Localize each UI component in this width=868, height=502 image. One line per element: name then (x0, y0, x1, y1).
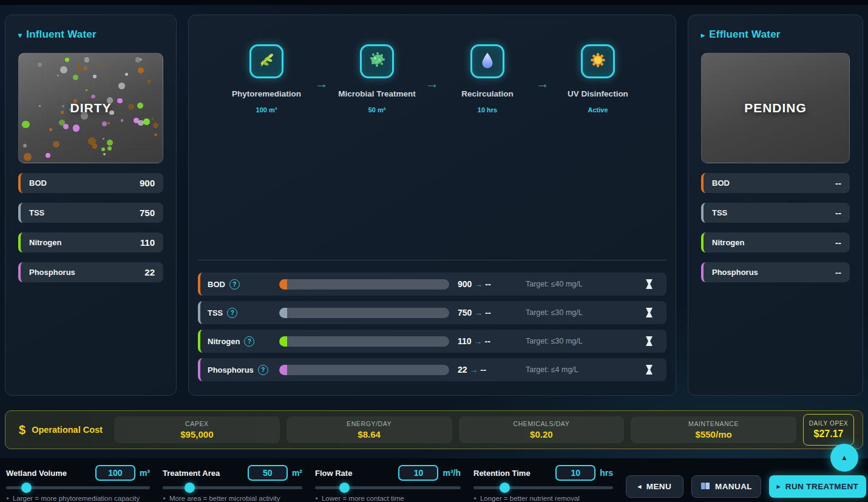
pollutant-label: BOD (208, 280, 225, 289)
scroll-up-fab[interactable]: ▲ (830, 444, 858, 472)
progress-bar (279, 365, 449, 375)
cost-card-chemicals: CHEMICALS/DAY$0.20 (459, 416, 625, 443)
operational-cost-bar: $ Operational Cost CAPEX$95,000 ENERGY/D… (5, 410, 863, 449)
pollutant-label: Phosphorus (208, 365, 254, 375)
microbe-icon (367, 50, 387, 72)
help-icon[interactable]: ? (227, 308, 237, 318)
hourglass-icon (645, 308, 653, 317)
run-treatment-button[interactable]: ▸ RUN TREATMENT (769, 475, 866, 498)
wetland-volume-input[interactable] (95, 465, 135, 481)
stat-label: TSS (712, 208, 727, 217)
stage-phytoremediation[interactable]: Phytoremediation 100 m³ (221, 44, 312, 114)
flow-arrow-icon: → (312, 76, 331, 114)
influent-stat-nitrogen: Nitrogen 110 (18, 232, 163, 253)
progress-fill (279, 308, 287, 318)
stage-detail: 10 hrs (478, 106, 497, 114)
influent-panel-title: ▾Influent Water (18, 29, 163, 41)
stage-uv-disinfection[interactable]: UV Disinfection Active (552, 44, 643, 114)
effluent-panel: ▸Effluent Water PENDING BOD -- TSS -- Ni… (688, 15, 863, 396)
wetland-volume-slider[interactable] (6, 483, 150, 492)
stat-label: BOD (29, 178, 47, 188)
stage-recirculation[interactable]: Recirculation 10 hrs (442, 44, 533, 114)
treatment-area-slider[interactable] (163, 483, 302, 492)
stage-detail: 50 m² (368, 106, 386, 114)
slider-track[interactable] (163, 486, 302, 489)
help-icon[interactable]: ? (244, 336, 254, 347)
triangle-left-icon: ◂ (638, 483, 642, 490)
effluent-stat-tss: TSS -- (701, 203, 850, 223)
influent-stat-list: BOD 900 TSS 750 Nitrogen 110 Phosphorus … (18, 173, 163, 282)
droplet-icon (478, 50, 497, 72)
stat-label: BOD (712, 178, 730, 188)
influent-stat-phosphorus: Phosphorus 22 (18, 262, 163, 282)
progress-bar (279, 308, 449, 318)
menu-button[interactable]: ◂ MENU (626, 475, 683, 498)
effluent-panel-title: ▸Effluent Water (701, 29, 850, 41)
flow-rate-slider[interactable] (315, 483, 461, 492)
pollutant-target: Target: ≤4 mg/L (526, 365, 645, 374)
flow-arrow-icon: → (533, 76, 552, 114)
treatment-area-control: Treatment Area m² ‣More area = better mi… (163, 464, 302, 502)
stage-name: UV Disinfection (568, 89, 628, 98)
wetland-volume-unit: m³ (140, 468, 150, 478)
stage-iconbox (470, 44, 504, 78)
triangle-down-icon: ▾ (18, 31, 22, 39)
control-bar: Wetland Volume m³ ‣Larger = more phytore… (0, 458, 868, 502)
stat-value: -- (835, 237, 841, 248)
slider-track[interactable] (315, 486, 461, 489)
progress-fill (279, 336, 287, 347)
slider-thumb[interactable] (500, 483, 510, 493)
arrow-right-icon: → (467, 365, 481, 375)
treatment-area-label: Treatment Area (163, 469, 220, 478)
slider-track[interactable] (473, 486, 613, 489)
slider-thumb[interactable] (185, 483, 195, 493)
effluent-stat-nitrogen: Nitrogen -- (701, 232, 850, 253)
help-icon[interactable]: ? (258, 365, 268, 375)
hourglass-icon (645, 336, 653, 346)
stat-label: Phosphorus (712, 268, 758, 277)
stat-label: TSS (29, 208, 44, 217)
hourglass-icon (645, 279, 653, 289)
cost-card-daily-opex: DAILY OPEX$27.17 (803, 414, 854, 446)
treatment-stages: Phytoremediation 100 m³ → (189, 15, 676, 114)
pollutant-values: 110→-- (458, 336, 526, 346)
flow-rate-label: Flow Rate (315, 469, 352, 478)
cost-card-capex: CAPEX$95,000 (114, 416, 280, 443)
wetland-volume-hint: ‣Larger = more phytoremediation capacity (6, 495, 150, 502)
action-buttons: ◂ MENU MANUAL ▸ RUN TREATMENT (626, 464, 866, 502)
stage-iconbox (581, 44, 615, 78)
flow-rate-input[interactable] (398, 465, 438, 481)
manual-button[interactable]: MANUAL (691, 475, 761, 498)
effluent-stat-bod: BOD -- (701, 173, 850, 193)
slider-thumb[interactable] (21, 483, 32, 493)
stage-name: Phytoremediation (232, 89, 301, 98)
progress-bar (279, 279, 449, 290)
arrow-right-icon: → (472, 308, 485, 317)
stage-microbial-treatment[interactable]: Microbial Treatment 50 m² (331, 44, 422, 114)
pollutant-label: Nitrogen (208, 337, 240, 346)
progress-fill (279, 279, 287, 290)
main-panels: ▾Influent Water DIRTY BOD 900 TSS 750 Ni… (5, 15, 863, 396)
influent-panel: ▾Influent Water DIRTY BOD 900 TSS 750 Ni… (5, 15, 177, 396)
retention-time-input[interactable] (555, 465, 595, 481)
retention-time-slider[interactable] (473, 483, 613, 492)
bullet-icon: ‣ (473, 495, 477, 502)
cost-card-maintenance: MAINTENANCE$550/mo (631, 416, 796, 443)
help-icon[interactable]: ? (229, 279, 240, 290)
pollutant-row-bod: BOD ? 900→-- Target: ≤40 mg/L (198, 273, 666, 296)
leaf-icon (257, 50, 276, 72)
effluent-stat-list: BOD -- TSS -- Nitrogen -- Phosphorus -- (701, 173, 850, 282)
flow-rate-control: Flow Rate m³/h ‣Lower = more contact tim… (315, 464, 461, 502)
stage-iconbox (249, 44, 283, 78)
slider-thumb[interactable] (339, 483, 350, 493)
pollutant-progress-list: BOD ? 900→-- Target: ≤40 mg/L TSS ? 750→… (189, 260, 676, 395)
arrow-right-icon: → (472, 336, 485, 346)
treatment-area-input[interactable] (248, 465, 288, 481)
influent-stat-tss: TSS 750 (18, 203, 163, 223)
stat-label: Nitrogen (712, 238, 744, 247)
retention-time-label: Retention Time (473, 469, 531, 478)
bullet-icon: ‣ (163, 495, 166, 502)
flow-rate-unit: m³/h (442, 468, 461, 478)
stage-detail: 100 m³ (256, 106, 277, 114)
pollutant-target: Target: ≤30 mg/L (526, 337, 645, 345)
